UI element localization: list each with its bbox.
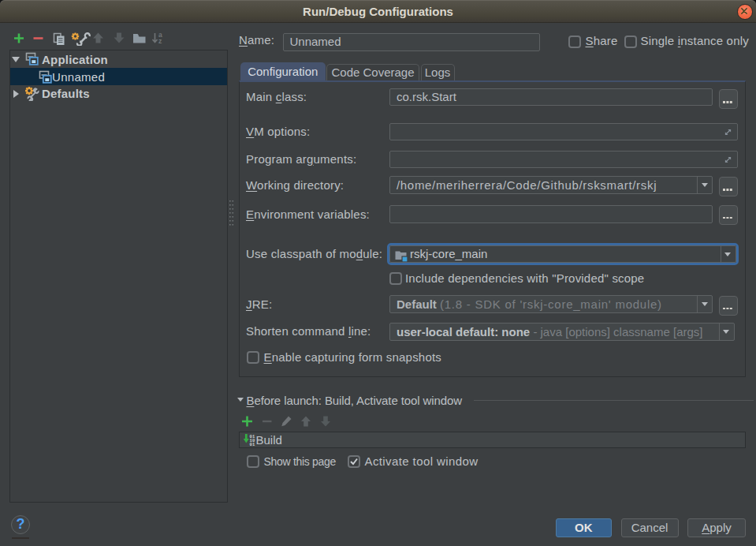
svg-text:z: z — [158, 37, 162, 45]
svg-text:01: 01 — [249, 442, 255, 447]
